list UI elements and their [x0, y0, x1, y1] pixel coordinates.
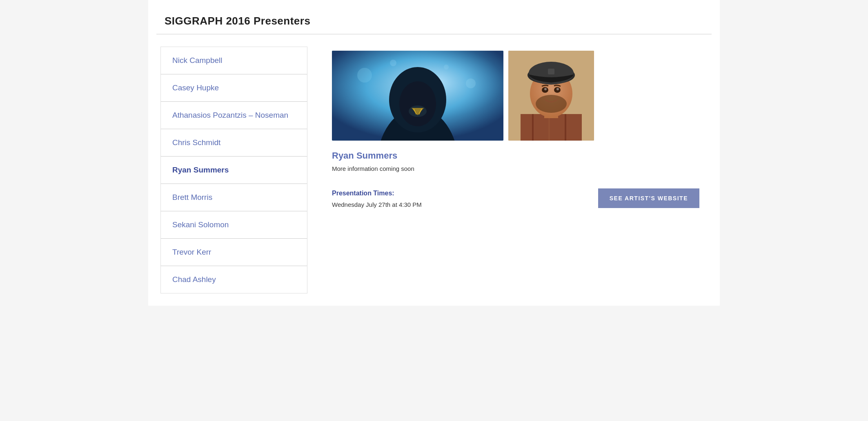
svg-point-11	[444, 65, 449, 69]
page-header: SIGGRAPH 2016 Presenters	[156, 8, 712, 34]
presenter-item-casey-hupke[interactable]: Casey Hupke	[161, 74, 307, 102]
bottom-row: Presentation Times: Wednesday July 27th …	[332, 188, 699, 208]
presenter-item-chris-schmidt[interactable]: Chris Schmidt	[161, 129, 307, 157]
svg-point-9	[466, 78, 476, 88]
presenter-item-nick-campbell[interactable]: Nick Campbell	[161, 47, 307, 74]
presenter-item-chad-ashley[interactable]: Chad Ashley	[161, 266, 307, 293]
svg-point-10	[390, 60, 396, 66]
presenter-item-brett-morris[interactable]: Brett Morris	[161, 184, 307, 211]
detail-panel: Ryan Summers More information coming soo…	[324, 47, 708, 293]
page-title: SIGGRAPH 2016 Presenters	[165, 15, 703, 27]
presentation-times-label: Presentation Times:	[332, 190, 422, 197]
presenter-item-sekani-solomon[interactable]: Sekani Solomon	[161, 211, 307, 239]
presenter-item-athanasios-pozantzis[interactable]: Athanasios Pozantzis – Noseman	[161, 102, 307, 129]
svg-point-4	[399, 81, 436, 126]
detail-description: More information coming soon	[332, 165, 699, 172]
svg-point-19	[536, 95, 567, 113]
content-area: Nick CampbellCasey HupkeAthanasios Pozan…	[156, 43, 712, 298]
presenter-item-trevor-kerr[interactable]: Trevor Kerr	[161, 239, 307, 266]
see-artist-website-button[interactable]: SEE ARTIST'S WEBSITE	[598, 188, 699, 208]
detail-image-portrait	[508, 51, 594, 141]
presentation-times-section: Presentation Times: Wednesday July 27th …	[332, 190, 422, 208]
svg-point-23	[556, 88, 559, 90]
detail-image-main	[332, 51, 503, 141]
presenter-item-ryan-summers[interactable]: Ryan Summers	[161, 157, 307, 184]
detail-name: Ryan Summers	[332, 150, 699, 161]
svg-point-22	[544, 88, 547, 90]
page-container: SIGGRAPH 2016 Presenters Nick CampbellCa…	[148, 0, 720, 306]
svg-rect-26	[548, 69, 554, 74]
presentation-time-value: Wednesday July 27th at 4:30 PM	[332, 201, 422, 208]
presenters-list[interactable]: Nick CampbellCasey HupkeAthanasios Pozan…	[160, 47, 307, 293]
svg-point-8	[357, 68, 372, 83]
detail-images	[332, 51, 699, 141]
